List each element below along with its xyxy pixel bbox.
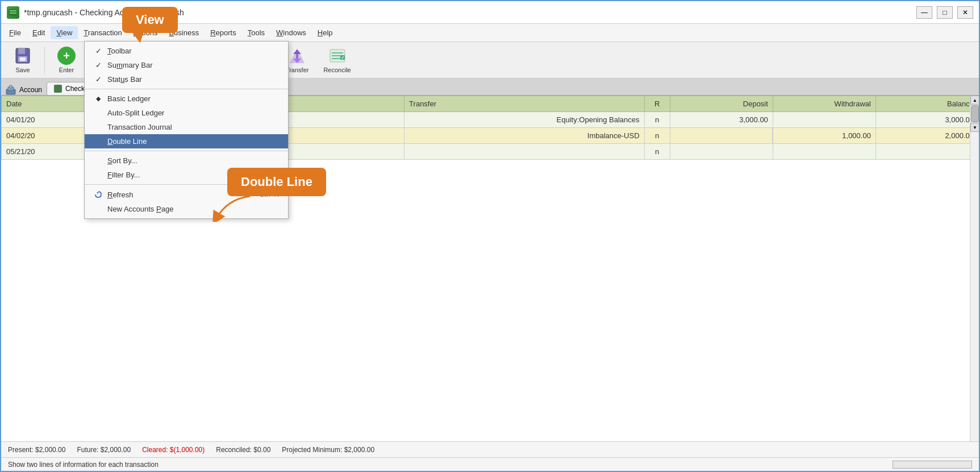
menu-auto-split-label: Auto-Split Ledger <box>107 109 164 117</box>
save-icon <box>14 47 32 65</box>
menu-transaction[interactable]: Transaction <box>78 26 127 39</box>
cell-balance-2: 2,000.00 <box>875 128 978 144</box>
status-cleared: Cleared: $(1,000.00) <box>142 446 205 454</box>
basic-ledger-diamond-icon: ◆ <box>94 95 103 102</box>
menu-double-line-item[interactable]: Double Line <box>85 134 288 148</box>
menu-tools[interactable]: Tools <box>242 26 270 39</box>
save-button[interactable]: Save <box>6 44 40 76</box>
cell-balance-3 <box>875 144 978 160</box>
status-reconciled: Reconciled: $0.00 <box>216 446 270 454</box>
app-icon <box>7 6 19 19</box>
close-button[interactable]: ✕ <box>957 6 973 19</box>
accounts-tab-label: Accoun <box>19 86 42 94</box>
cell-transfer-1: Equity:Opening Balances <box>404 112 644 128</box>
menu-basic-ledger-item[interactable]: ◆ Basic Ledger <box>85 92 288 106</box>
menu-filter-by-item[interactable]: Filter By... <box>85 168 288 182</box>
svg-marker-37 <box>97 192 99 194</box>
scroll-up-arrow[interactable]: ▲ <box>970 96 979 105</box>
menu-status-bar-item[interactable]: ✓ Status Bar <box>85 72 288 86</box>
toolbar-sep-1 <box>44 47 45 74</box>
view-dropdown-menu: ✓ Toolbar ✓ Summary Bar ✓ Status Bar ◆ B… <box>84 41 289 219</box>
toolbar-check-icon: ✓ <box>94 47 103 55</box>
cell-transfer-3 <box>404 144 644 160</box>
menu-sep-1 <box>85 89 288 89</box>
cell-r-2: n <box>644 128 670 144</box>
menu-basic-ledger-label: Basic Ledger <box>107 94 151 103</box>
menu-reports[interactable]: Reports <box>205 26 242 39</box>
cell-date-2: 04/02/20 <box>2 128 87 144</box>
cell-deposit-3 <box>670 144 773 160</box>
cell-deposit-1: 3,000.00 <box>670 112 773 128</box>
menu-new-accounts-page-label: New Accounts Page <box>107 205 173 213</box>
col-header-r: R <box>644 96 670 112</box>
menu-toolbar-label: Toolbar <box>107 47 132 55</box>
cell-deposit-2 <box>670 128 773 144</box>
summary-bar-check-icon: ✓ <box>94 61 103 69</box>
menu-actions[interactable]: Actions <box>128 26 164 39</box>
svg-rect-36 <box>54 85 62 93</box>
menu-bar: File Edit View Transaction Actions Busin… <box>1 24 979 42</box>
svg-rect-4 <box>18 48 25 54</box>
horizontal-scrollbar[interactable] <box>893 461 972 469</box>
col-header-balance: Balance <box>875 96 978 112</box>
cell-withdrawal-3 <box>773 144 875 160</box>
menu-transaction-journal-item[interactable]: Transaction Journal <box>85 120 288 134</box>
transfer-icon <box>288 47 306 65</box>
col-header-deposit: Deposit <box>670 96 773 112</box>
accounts-tab-area: Accoun <box>6 85 42 95</box>
menu-refresh-item[interactable]: Refresh Ctrl+R <box>85 187 288 202</box>
title-controls: — □ ✕ <box>916 6 973 19</box>
reconcile-button[interactable]: ✓ Reconcile <box>317 44 357 76</box>
menu-help[interactable]: Help <box>312 26 339 39</box>
title-left: *tmp.gnucash - Checking Account - GnuCas… <box>7 6 184 19</box>
svg-rect-35 <box>10 85 12 88</box>
menu-summary-bar-item[interactable]: ✓ Summary Bar <box>85 58 288 72</box>
status-bar-check-icon: ✓ <box>94 75 103 84</box>
scroll-thumb[interactable] <box>971 105 979 122</box>
svg-marker-25 <box>293 49 301 54</box>
cell-date-3: 05/21/20 <box>2 144 87 160</box>
menu-new-accounts-page-item[interactable]: New Accounts Page <box>85 202 288 216</box>
menu-summary-bar-label: Summary Bar <box>107 61 152 69</box>
svg-rect-2 <box>10 13 16 14</box>
refresh-shortcut: Ctrl+R <box>260 191 279 198</box>
scroll-down-arrow[interactable]: ▼ <box>970 123 979 132</box>
reconcile-icon: ✓ <box>328 47 347 65</box>
enter-icon: + <box>57 47 76 65</box>
cell-withdrawal-2: 1,000.00 <box>773 128 875 144</box>
menu-double-line-label: Double Line <box>107 137 147 146</box>
menu-sep-2 <box>85 151 288 151</box>
status-future: Future: $2,000.00 <box>77 446 131 454</box>
menu-windows[interactable]: Windows <box>270 26 312 39</box>
menu-sort-by-label: Sort By... <box>107 156 137 165</box>
svg-rect-1 <box>10 10 16 11</box>
menu-sep-3 <box>85 184 288 185</box>
menu-auto-split-item[interactable]: Auto-Split Ledger <box>85 106 288 120</box>
enter-button[interactable]: + Enter <box>49 44 84 76</box>
vertical-scrollbar[interactable]: ▲ ▼ <box>970 96 979 441</box>
menu-filter-by-label: Filter By... <box>107 171 140 179</box>
menu-refresh-label: Refresh <box>107 191 134 199</box>
cell-r-3: n <box>644 144 670 160</box>
bottom-bar: Show two lines of information for each t… <box>1 457 979 471</box>
cell-r-1: n <box>644 112 670 128</box>
status-present: Present: $2,000.00 <box>8 446 65 454</box>
maximize-button[interactable]: □ <box>937 6 953 19</box>
checking-tab-icon <box>54 85 62 93</box>
col-header-withdrawal: Withdrawal <box>773 96 875 112</box>
status-bar: Present: $2,000.00 Future: $2,000.00 Cle… <box>1 441 979 457</box>
minimize-button[interactable]: — <box>916 6 932 19</box>
menu-file[interactable]: File <box>3 26 27 39</box>
menu-sort-by-item[interactable]: Sort By... <box>85 154 288 168</box>
menu-toolbar-item[interactable]: ✓ Toolbar <box>85 44 288 58</box>
cell-transfer-2: Imbalance-USD <box>404 128 644 144</box>
menu-business[interactable]: Business <box>163 26 205 39</box>
bottom-hint: Show two lines of information for each t… <box>8 461 159 469</box>
menu-status-bar-label: Status Bar <box>107 75 142 84</box>
transfer-label: Transfer <box>286 67 309 73</box>
save-label: Save <box>15 67 30 73</box>
menu-view[interactable]: View <box>51 26 78 39</box>
menu-edit[interactable]: Edit <box>27 26 51 39</box>
refresh-icon <box>94 190 103 199</box>
accounts-icon <box>6 85 16 95</box>
